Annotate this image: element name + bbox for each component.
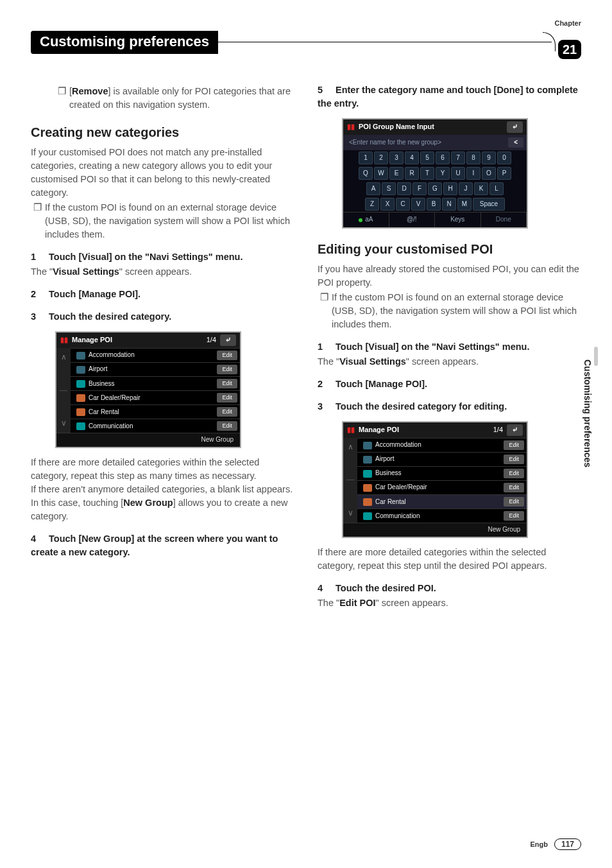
name-input[interactable]: <Enter name for the new group> <box>346 137 508 149</box>
key[interactable]: B <box>427 198 441 211</box>
key[interactable]: C <box>396 198 410 211</box>
edit-button[interactable]: Edit <box>217 393 237 403</box>
scroll-up-icon[interactable]: ∧ <box>61 352 67 363</box>
scrollbar[interactable]: ∧ — ∨ <box>343 438 357 523</box>
poi-icon: ▮▮ <box>347 425 355 435</box>
list-item[interactable]: Car RentalEdit <box>71 404 240 419</box>
key[interactable]: A <box>366 182 380 195</box>
back-icon[interactable]: ⤶ <box>507 121 523 133</box>
new-group-button[interactable]: New Group <box>56 433 240 447</box>
key-symbols[interactable]: @/! <box>389 213 436 227</box>
page-header: Chapter Customising preferences 21 <box>31 19 581 58</box>
key[interactable]: J <box>459 182 473 195</box>
list-item[interactable]: AirportEdit <box>357 452 527 466</box>
list-item[interactable]: CommunicationEdit <box>357 508 527 523</box>
edit-button[interactable]: Edit <box>217 421 237 431</box>
step-3: 3Touch the desired category. <box>31 310 294 324</box>
poi-list: AccommodationEdit AirportEdit BusinessEd… <box>71 348 240 433</box>
shot-title: Manage POI <box>72 335 112 345</box>
list-item[interactable]: AirportEdit <box>71 362 240 376</box>
poi-icon: ▮▮ <box>60 335 68 345</box>
key[interactable]: M <box>457 198 472 211</box>
keyboard-row-3: A S D F G H J K L <box>343 181 527 196</box>
key[interactable]: S <box>382 182 396 195</box>
key[interactable]: 1 <box>359 152 373 164</box>
key[interactable]: E <box>389 167 404 180</box>
key[interactable]: 3 <box>389 152 404 164</box>
key[interactable]: Y <box>436 167 450 180</box>
back-icon[interactable]: ⤶ <box>220 334 236 346</box>
edit-button[interactable]: Edit <box>504 511 524 521</box>
key[interactable]: Q <box>359 167 373 180</box>
key[interactable]: L <box>489 182 504 195</box>
key[interactable]: N <box>442 198 456 211</box>
scroll-up-icon[interactable]: ∧ <box>348 442 353 453</box>
key-keys[interactable]: Keys <box>435 213 481 227</box>
page-number: 117 <box>554 838 581 850</box>
paragraph: If your customised POI does not match an… <box>31 146 294 200</box>
key[interactable]: D <box>397 182 411 195</box>
key[interactable]: V <box>411 198 425 211</box>
list-item[interactable]: AccommodationEdit <box>71 348 240 362</box>
keyboard-row-4: Z X C V B N M Space <box>343 196 527 212</box>
key[interactable]: W <box>374 167 388 180</box>
edit-button[interactable]: Edit <box>504 483 524 492</box>
scrollbar[interactable]: ∧ — ∨ <box>56 348 71 433</box>
step-2: 2Touch [Manage POI]. <box>31 288 294 301</box>
key[interactable]: K <box>474 182 488 195</box>
key[interactable]: I <box>466 167 480 180</box>
edit-button[interactable]: Edit <box>217 365 237 374</box>
key[interactable]: 2 <box>374 152 388 164</box>
edit-button[interactable]: Edit <box>217 379 237 388</box>
key[interactable]: H <box>443 182 457 195</box>
list-item[interactable]: Car Dealer/RepairEdit <box>71 390 240 404</box>
key[interactable]: X <box>380 198 395 211</box>
edit-button[interactable]: Edit <box>217 351 237 360</box>
key-done[interactable]: Done <box>481 213 527 227</box>
key[interactable]: Z <box>365 198 379 211</box>
key[interactable]: 6 <box>436 152 450 164</box>
edit-button[interactable]: Edit <box>217 407 237 417</box>
list-item[interactable]: BusinessEdit <box>71 376 240 390</box>
edit-button[interactable]: Edit <box>504 469 524 478</box>
list-item[interactable]: CommunicationEdit <box>71 419 240 433</box>
key[interactable]: P <box>497 167 511 180</box>
back-icon[interactable]: ⤶ <box>507 424 523 436</box>
step-1b: 1Touch [Visual] on the "Navi Settings" m… <box>318 340 581 354</box>
key[interactable]: 9 <box>482 152 496 164</box>
left-column: ❐ [Remove] is available only for POI cat… <box>31 83 294 610</box>
edit-button[interactable]: Edit <box>504 497 524 507</box>
new-group-button[interactable]: New Group <box>343 523 527 537</box>
key[interactable]: G <box>428 182 442 195</box>
paragraph: If there aren't anymore detailed categor… <box>31 483 294 523</box>
shot-page-indicator: 1/4 <box>207 335 216 345</box>
poi-list: AccommodationEdit AirportEdit BusinessEd… <box>357 438 527 523</box>
edit-button[interactable]: Edit <box>504 440 524 450</box>
language-code: Engb <box>530 840 548 848</box>
key[interactable]: T <box>420 167 434 180</box>
key[interactable]: 8 <box>466 152 480 164</box>
key[interactable]: 4 <box>405 152 419 164</box>
key[interactable]: O <box>482 167 496 180</box>
scroll-down-icon[interactable]: ∨ <box>61 418 67 429</box>
list-item[interactable]: Car Dealer/RepairEdit <box>357 480 527 494</box>
key[interactable]: F <box>412 182 427 195</box>
scroll-down-icon[interactable]: ∨ <box>348 508 353 519</box>
key[interactable]: R <box>405 167 419 180</box>
key[interactable]: 5 <box>420 152 434 164</box>
key[interactable]: U <box>451 167 465 180</box>
key-case-toggle[interactable]: aA <box>343 213 389 227</box>
edit-button[interactable]: Edit <box>504 455 524 464</box>
list-item[interactable]: AccommodationEdit <box>357 438 527 452</box>
screenshot-manage-poi-1: ▮▮ Manage POI 1/4 ⤶ ∧ — ∨ AccommodationE… <box>55 331 241 448</box>
key[interactable]: 0 <box>497 152 511 164</box>
step-4b: 4Touch the desired POI. <box>318 582 581 595</box>
backspace-icon[interactable]: < <box>508 137 523 148</box>
key[interactable]: 7 <box>451 152 465 164</box>
list-item[interactable]: BusinessEdit <box>357 466 527 480</box>
right-column: 5Enter the category name and touch [Done… <box>318 83 581 610</box>
step-4b-note: The "Edit POI" screen appears. <box>318 596 581 610</box>
list-item[interactable]: Car RentalEdit <box>357 494 527 508</box>
key-space[interactable]: Space <box>473 198 505 211</box>
heading-creating-new-categories: Creating new categories <box>31 123 294 142</box>
